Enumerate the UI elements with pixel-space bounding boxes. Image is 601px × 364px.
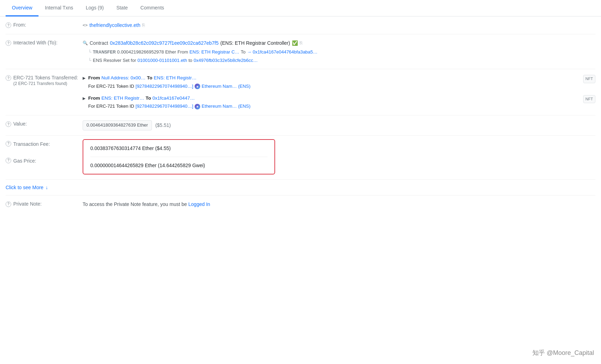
label-text: From: — [13, 22, 26, 28]
erc721-tokenname-2[interactable]: Ethereum Nam… (ENS) — [202, 103, 250, 110]
ens-resolver-line: └ ENS Resolver Set for01001000-01101001.… — [83, 57, 595, 64]
fee-gas-combined-row: ?Transaction Fee:?Gas Price:0.0038376763… — [6, 136, 595, 180]
erc721-details: FromENS: ETH Registr…To0x1fca4167e0447…F… — [88, 94, 580, 110]
nft-badge: NFT — [583, 75, 595, 83]
value-col: 🔍Contract0x283af0b28c62c092c9727f1ee09c0… — [83, 39, 595, 64]
contract-address-link[interactable]: 0x283af0b28c62c092c9727f1ee09c02ca627eb7… — [110, 39, 219, 47]
erc721-from-2[interactable]: ENS: ETH Registr… — [102, 94, 144, 102]
label-col: ?Private Note: — [6, 200, 83, 207]
erc721-tokenid-2[interactable]: [92784822967074498940…] — [135, 103, 193, 110]
value-col: ▶FromNull Address: 0x00…ToENS: ETH Regis… — [83, 74, 595, 110]
search-icon: 🔍 — [83, 40, 88, 47]
contract-name: (ENS: ETH Registrar Controller) — [221, 39, 290, 47]
gas-price-label: Gas Price: — [13, 157, 36, 164]
ens-domain-link[interactable]: 01001000-01101001.eth — [138, 57, 187, 64]
label-text: ERC-721 Tokens Transferred:(2 ERC-721 Tr… — [13, 75, 78, 86]
help-icon[interactable]: ? — [6, 158, 11, 163]
private-note-text: To access the Private Note feature, you … — [83, 200, 187, 208]
see-more-link[interactable]: Click to see More↓ — [6, 180, 595, 195]
label-text: Private Note: — [13, 201, 42, 207]
red-box: 0.00383767630314774 Ether ($4.55)0.00000… — [83, 139, 275, 174]
tabs-bar: Overview Internal Txns Logs (9) State Co… — [0, 0, 601, 16]
help-icon[interactable]: ? — [6, 75, 11, 81]
erc721-transfer-1: ▶FromNull Address: 0x00…ToENS: ETH Regis… — [83, 74, 595, 90]
row: ?Private Note:To access the Private Note… — [6, 195, 595, 213]
from-code-icon: <> — [83, 22, 88, 29]
arrow-icon: ▶ — [83, 95, 85, 102]
tab-logs[interactable]: Logs (9) — [79, 0, 110, 16]
value-col: <>thefriendlycollective.eth⎘ — [83, 21, 595, 29]
tx-fee-label: Transaction Fee: — [13, 141, 50, 147]
help-icon[interactable]: ? — [6, 121, 11, 127]
contract-prefix: Contract — [90, 39, 108, 47]
value-col: 0.004641809364827639 Ether($5.51) — [83, 120, 595, 130]
from-address-link[interactable]: thefriendlycollective.eth — [89, 21, 140, 29]
erc721-to-1[interactable]: ENS: ETH Registr… — [154, 74, 196, 82]
copy-icon[interactable]: ⎘ — [142, 22, 145, 29]
tab-comments[interactable]: Comments — [134, 0, 170, 16]
row: ?Interacted With (To):🔍Contract0x283af0b… — [6, 34, 595, 69]
ens-dot-icon: ◉ — [195, 84, 200, 89]
label-text: Interacted With (To): — [13, 40, 57, 45]
erc721-from-1[interactable]: Null Address: 0x00… — [102, 74, 146, 82]
row: ?Value:0.004641809364827639 Ether($5.51) — [6, 115, 595, 136]
erc721-to-2[interactable]: 0x1fca4167e0447… — [153, 94, 195, 102]
help-icon[interactable]: ? — [6, 201, 11, 207]
ens-resolver-addr-link[interactable]: 0x4976fb03c32e5b8cfe2b6cc… — [194, 57, 258, 64]
verified-icon: ✅ — [292, 39, 298, 47]
label-col: ?From: — [6, 21, 83, 28]
erc721-transfer-2: ▶FromENS: ETH Registr…To0x1fca4167e0447…… — [83, 94, 595, 110]
gas-price-value: 0.000000014644265829 Ether (14.644265829… — [90, 159, 267, 168]
value-usd: ($5.51) — [155, 121, 171, 129]
logged-in-link[interactable]: Logged In — [188, 200, 210, 208]
help-icon[interactable]: ? — [6, 141, 11, 147]
label-col: ?Value: — [6, 120, 83, 127]
value-col: To access the Private Note feature, you … — [83, 200, 595, 208]
erc721-tokenid-1[interactable]: [92784822967074498940…] — [135, 83, 193, 90]
row: ?From:<>thefriendlycollective.eth⎘ — [6, 16, 595, 34]
nft-badge: NFT — [583, 95, 595, 104]
fee-gas-labels: ?Transaction Fee:?Gas Price: — [6, 136, 83, 164]
tab-state[interactable]: State — [110, 0, 134, 16]
tab-internal-txns[interactable]: Internal Txns — [39, 0, 79, 16]
label-text: Value: — [13, 121, 27, 127]
row: ?ERC-721 Tokens Transferred:(2 ERC-721 T… — [6, 69, 595, 115]
down-arrow-icon: ↓ — [46, 185, 48, 190]
tx-fee-value: 0.00383767630314774 Ether ($4.55) — [90, 145, 267, 157]
copy-icon-2[interactable]: ⎘ — [300, 40, 302, 47]
erc721-details: FromNull Address: 0x00…ToENS: ETH Regist… — [88, 74, 580, 90]
value-badge: 0.004641809364827639 Ether — [83, 120, 152, 130]
transfer-to-link[interactable]: → 0x1fca4167e044764bfa3aba5… — [247, 49, 317, 56]
label-col: ?ERC-721 Tokens Transferred:(2 ERC-721 T… — [6, 74, 83, 86]
transfer-from-link[interactable]: ENS: ETH Registrar C… — [189, 49, 239, 56]
help-icon[interactable]: ? — [6, 22, 11, 28]
label-col: ?Interacted With (To): — [6, 39, 83, 46]
erc721-tokenname-1[interactable]: Ethereum Nam… (ENS) — [202, 83, 250, 90]
arrow-icon: ▶ — [83, 75, 85, 81]
tab-overview[interactable]: Overview — [6, 0, 39, 16]
ens-dot-icon: ◉ — [195, 104, 200, 109]
transfer-indent: └ TRANSFER0.00042198266952978 EtherFromE… — [83, 49, 595, 56]
help-icon[interactable]: ? — [6, 40, 11, 46]
